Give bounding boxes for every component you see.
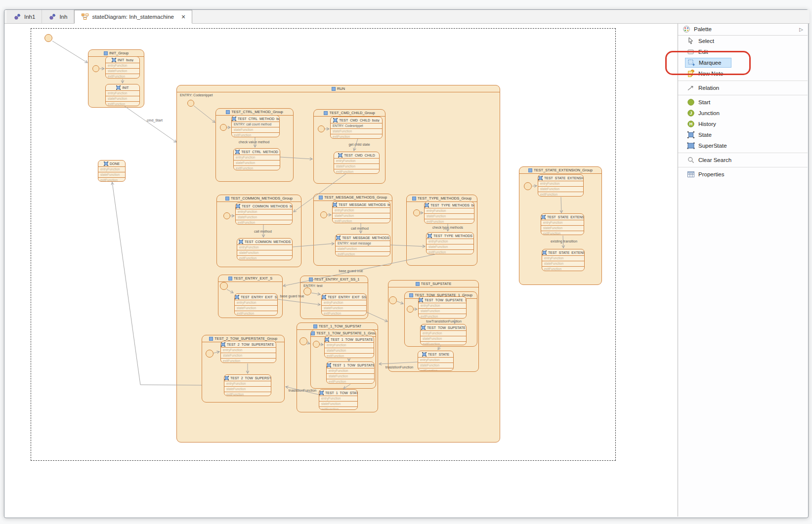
state-row: entryFunction: [419, 303, 466, 308]
state-test-tow-supstate-1-busy[interactable]: TEST_TOW_SUPSTATE_1_busyentryFunctionsta…: [418, 296, 467, 319]
state-test-ctrl-method[interactable]: TEST_CTRL_METHODentryFunctionstateFuncti…: [233, 148, 280, 170]
state-row: stateFunction: [334, 163, 379, 169]
initial-state-circle[interactable]: [303, 287, 311, 295]
gears-icon: [48, 13, 56, 21]
state-row: exitFunction: [319, 406, 357, 410]
superstate-icon: [687, 142, 695, 150]
initial-state-circle[interactable]: [44, 34, 52, 42]
node-title-bar: TEST_CMD_CHILD_Group: [314, 110, 385, 117]
transition-label: base guard true: [280, 294, 304, 298]
state-test-cmd-child-busy[interactable]: TEST_CMD_CHILD_busyENTRY: Codesnippetsta…: [330, 117, 383, 139]
palette-item-marquee[interactable]: Marquee: [678, 57, 808, 68]
palette-item-state[interactable]: State: [678, 129, 808, 140]
state-test-message-methods[interactable]: TEST_MESSAGE_METHODSENTRY: reset message…: [335, 234, 390, 256]
state-test-1-tow-state[interactable]: TEST_1_TOW_STATEentryFunctionstateFuncti…: [319, 389, 358, 410]
initial-state-circle[interactable]: [407, 306, 414, 313]
palette-item-history[interactable]: HHistory: [678, 119, 808, 129]
editor-tab-statediagram-inh-statemachine[interactable]: stateDiagram: Inh_statemachine×: [74, 10, 192, 24]
palette-item-label: Marquee: [699, 60, 721, 66]
state-test-common-methods-busy[interactable]: TEST_COMMON_METHODS_busyentryFunctionsta…: [235, 202, 293, 225]
state-test-entry-exit-ss-1-sub[interactable]: TEST_ENTRY_EXIT_SS_1_subentryFunctionsta…: [321, 293, 367, 316]
node-title-bar: TEST_1_TOW_SUPSTAT: [297, 323, 378, 330]
state-icon: [421, 325, 426, 330]
group-icon: [416, 282, 420, 286]
initial-state-circle[interactable]: [313, 341, 320, 348]
initial-state-circle[interactable]: [320, 211, 327, 218]
state-test-cmd-child[interactable]: TEST_CMD_CHILDentryFunctionstateFunction…: [334, 152, 380, 174]
state-test-message-methods-busy[interactable]: TEST_MESSAGE_METHODS_busyentryFunctionst…: [332, 201, 390, 223]
initial-state-circle[interactable]: [299, 337, 307, 345]
initial-state-circle[interactable]: [92, 65, 99, 72]
palette-item-start[interactable]: Start: [678, 97, 808, 108]
palette-item-superstate[interactable]: SuperState: [678, 140, 808, 151]
initial-state-circle[interactable]: [318, 125, 325, 132]
state-row: exitFunction: [538, 192, 583, 197]
state-test-state-extension-busy[interactable]: TEST_STATE_EXTENSION_busyentryFunctionst…: [538, 174, 584, 197]
state-done[interactable]: DONEentryFunctionstateFunctionexitFuncti…: [98, 160, 126, 182]
state-row: exitFunction: [322, 311, 366, 316]
node-title: TEST_COMMON_METHODS_busy: [242, 204, 292, 208]
initial-state-circle[interactable]: [389, 296, 397, 304]
palette-item-label: Junction: [698, 110, 720, 116]
state-row: exitFunction: [98, 177, 125, 182]
state-test-state[interactable]: TEST_STATEentryFunctionstateFunctionexit…: [418, 351, 454, 371]
state-row: exitFunction: [425, 219, 474, 224]
state-test-1-tow-supstate-1-busy[interactable]: TEST_1_TOW_SUPSTATE_1_busyentryFunctions…: [324, 336, 374, 358]
initial-state-circle[interactable]: [524, 182, 532, 190]
palette-item-properties[interactable]: Properties: [678, 169, 808, 180]
palette-item-label: SuperState: [698, 143, 727, 149]
state-icon: [232, 117, 236, 121]
node-title: TEST_STATE_EXTENSION_busy: [544, 176, 583, 180]
initial-state-circle[interactable]: [413, 209, 420, 216]
node-title-bar: TEST_MESSAGE_METHODS_Group: [314, 194, 392, 201]
state-row: stateFunction: [106, 96, 139, 101]
initial-state-circle[interactable]: [223, 212, 230, 219]
state-icon: [687, 131, 695, 139]
state-test-common-methods[interactable]: TEST_COMMON_METHODSentryFunctionstateFun…: [237, 238, 293, 260]
state-test-type-methods[interactable]: TEST_TYPE_METHODSentryFunctionstateFunct…: [426, 232, 474, 254]
initial-state-circle[interactable]: [220, 124, 227, 131]
initial-state-circle[interactable]: [206, 350, 214, 358]
state-row: stateFunction: [235, 305, 277, 311]
state-row: stateFunction: [234, 160, 280, 165]
editor-tab-inh[interactable]: Inh: [42, 10, 74, 23]
initial-state-circle[interactable]: [220, 282, 228, 290]
state-init-busy[interactable]: INIT_busyentryFunctionstateFunctionexitF…: [105, 56, 140, 79]
state-test-2-tow-superstate-busy[interactable]: TEST_2_TOW_SUPERSTATE_busyentryFunctions…: [220, 341, 276, 363]
editor-tab-inh1[interactable]: Inh1: [7, 10, 42, 23]
start-icon: [687, 98, 695, 106]
node-title: TEST_CTRL_METHOD_Group: [231, 110, 283, 114]
initial-state-circle[interactable]: [187, 100, 194, 107]
palette-header[interactable]: Palette ▷: [678, 23, 808, 36]
state-init[interactable]: INITentryFunctionstateFunctionexitFuncti…: [105, 84, 140, 106]
state-test-state-extension[interactable]: TEST_STATE_EXTENSIONentryFunctionstateFu…: [542, 249, 585, 271]
state-test-type-methods-busy[interactable]: TEST_TYPE_METHODS_busyentryFunctionstate…: [424, 202, 474, 224]
state-icon: [333, 202, 337, 207]
palette-item-select[interactable]: Select: [678, 36, 808, 46]
state-test-ctrl-method-busy[interactable]: TEST_CTRL_METHOD_busyENTRY: call count m…: [231, 115, 280, 137]
palette-item-junction[interactable]: JJunction: [678, 108, 808, 119]
tab-close-icon[interactable]: ×: [181, 14, 185, 19]
state-row: entryFunction: [106, 90, 139, 96]
state-row: exitFunction: [419, 314, 466, 319]
state-test-2-tow-superstate[interactable]: TEST_2_TOW_SUPERSTATEentryFunctionstateF…: [224, 374, 271, 396]
palette-item-relation[interactable]: Relation: [678, 82, 808, 93]
state-test-1-tow-supstate[interactable]: TEST_1_TOW_SUPSTATEentryFunctionstateFun…: [326, 362, 375, 384]
state-icon: [338, 153, 342, 158]
group-icon: [226, 110, 230, 114]
state-test-entry-exit-ss-sub[interactable]: TEST_ENTRY_EXIT_SS_subentryFunctionstate…: [234, 293, 278, 316]
palette-item-new-note[interactable]: New Note: [678, 68, 808, 79]
node-title: TEST_CMD_CHILD_busy: [339, 119, 379, 122]
diagram-icon: [81, 13, 89, 21]
node-title: TEST_SUPSTATE: [421, 282, 452, 286]
state-test-state-extension[interactable]: TEST_STATE_EXTENSIONentryFunctionstateFu…: [541, 213, 584, 235]
state-row: stateFunction: [98, 172, 125, 177]
palette-item-clear-search[interactable]: Clear Search: [678, 155, 808, 165]
state-icon: [327, 363, 331, 367]
state-row: stateFunction: [325, 348, 374, 353]
palette-item-label: Properties: [698, 171, 724, 177]
palette-item-edit[interactable]: Edit: [678, 46, 808, 57]
state-row: exitFunction: [232, 132, 279, 137]
palette-expander-icon[interactable]: ▷: [799, 27, 803, 32]
state-test-tow-supstate[interactable]: TEST_TOW_SUPSTATEentryFunctionstateFunct…: [420, 324, 467, 345]
